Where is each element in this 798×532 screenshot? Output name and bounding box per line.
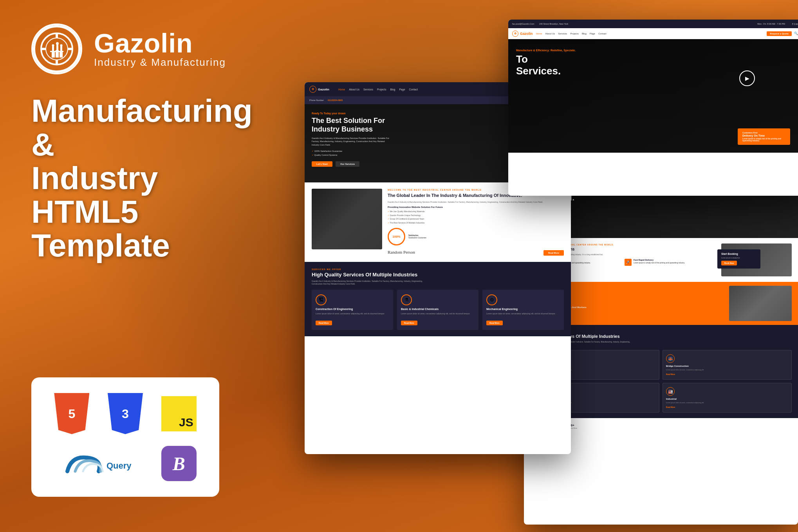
center-about-check-3: Group Of Certified & Experienced Team: [388, 217, 564, 221]
svg-rect-6: [52, 52, 55, 58]
center-nav-home[interactable]: Home: [338, 88, 345, 91]
rt-hero-title: To Services.: [516, 54, 641, 77]
jquery-badge: Query: [60, 450, 138, 477]
rt-nav-contact[interactable]: Contact: [598, 32, 607, 35]
headline-text: Manufacturing & Industry HTML5 Template: [31, 94, 235, 262]
center-hero-title: The Best Solution For Industry Business: [312, 117, 406, 133]
center-signature: Random Person: [388, 250, 415, 254]
rb-booking-desc: Lorem ipsum is simply text.: [721, 257, 756, 259]
center-about-check-1: We Use Quality Manufacturing Materials: [388, 210, 564, 214]
rb-booking-btn[interactable]: Book Now: [721, 261, 737, 265]
center-services-title: High Quality Services Of Multiple Indust…: [312, 272, 564, 278]
rb-service-2-name: Bridge Construction: [666, 365, 788, 367]
center-service-1-icon: 🏗: [316, 294, 327, 305]
svg-text:Query: Query: [107, 461, 132, 471]
rb-workers-img: [729, 286, 792, 321]
center-about-img-overlay: [312, 189, 382, 249]
center-nav-blog[interactable]: Blog: [390, 88, 395, 91]
center-about-content: Welcome To The Best Industrial Center Ar…: [388, 189, 564, 256]
rt-nav-home[interactable]: Home: [536, 32, 542, 35]
rb-service-2: 🌉 Bridge Construction Lorem ipsum dolor …: [663, 350, 792, 380]
center-logo-icon: ⚙: [309, 86, 316, 93]
center-nav-services[interactable]: Services: [363, 88, 373, 91]
center-services: Services We Offer High Quality Services …: [305, 262, 571, 336]
rb-service-4-name: Industrial: [666, 398, 788, 400]
center-service-3-desc: Lorem ipsum dolor sit amet, consectetur …: [486, 312, 560, 316]
svg-rect-2: [56, 33, 58, 38]
main-content: Gazolin Industry & Manufacturing Manufac…: [0, 0, 798, 532]
center-read-more-btn[interactable]: Read More: [543, 250, 564, 256]
center-satisfaction-circle: 100%: [388, 228, 405, 245]
svg-rect-12: [60, 46, 62, 52]
center-nav-projects[interactable]: Projects: [377, 88, 386, 91]
rt-quote-btn[interactable]: Request a Quote: [767, 31, 792, 36]
rb-service-4-link[interactable]: Read More: [666, 406, 788, 408]
svg-rect-10: [52, 46, 54, 52]
center-service-2-btn[interactable]: Read More: [401, 321, 417, 325]
rb-service-4-icon: 🏭: [666, 387, 675, 396]
svg-rect-4: [41, 48, 46, 50]
rt-nav-logo: ⚙ Gazolin: [512, 31, 533, 37]
rb-service-2-link[interactable]: Read More: [666, 373, 788, 375]
css3-shield: 3: [108, 393, 143, 434]
center-services-grid: 🏗 Constraction Of Engineering Lorem ipsu…: [312, 290, 564, 330]
rb-service-2-desc: Lorem ipsum dolor sit amet, consectetur …: [666, 369, 788, 371]
center-nav-contact[interactable]: Contact: [409, 88, 418, 91]
rt-hours: Mon - Fri: 8:00 AM - 7:30 PM f t in: [757, 22, 798, 26]
center-service-3-icon: ⚙: [486, 294, 497, 305]
center-service-3-btn[interactable]: Read More: [486, 321, 503, 325]
rt-nav-services[interactable]: Services: [558, 32, 567, 35]
center-nav-about[interactable]: About Us: [349, 88, 359, 91]
center-about-checks: We Use Quality Manufacturing Materials G…: [388, 210, 564, 225]
rt-play-icon: ▶: [745, 75, 749, 81]
rt-address: 146 Street Brooklyn, New York: [539, 23, 569, 25]
center-about-footer: Random Person Read More: [388, 249, 564, 256]
center-phone-label: Phone Number: [309, 99, 324, 101]
center-logo-text: Gazolin: [318, 88, 329, 91]
center-services-tag: Services We Offer: [312, 268, 564, 271]
svg-point-1: [46, 38, 68, 60]
rt-play-button[interactable]: ▶: [739, 70, 755, 86]
center-service-3-title: Mechanical Engineering: [486, 308, 560, 310]
mockup-right-top: faz.post@Gazolin.Com 146 Street Brooklyn…: [508, 20, 798, 196]
logo-gear-svg: [39, 31, 74, 67]
center-nav-page[interactable]: Page: [399, 88, 405, 91]
brand-tagline: Industry & Manufacturing: [94, 56, 226, 69]
rt-delivery-badge: Customers First Delivery On Time Lorem i…: [738, 128, 790, 145]
logo-circle-icon: [31, 23, 82, 74]
rt-nav-right: Request a Quote 🔍: [767, 31, 798, 36]
header: Gazolin Industry & Manufacturing: [31, 23, 226, 74]
rt-nav-page[interactable]: Page: [590, 32, 595, 35]
center-service-1-desc: Lorem ipsum dolor sit amet, consectetur …: [316, 312, 389, 316]
center-services-btn[interactable]: Our Services: [336, 161, 359, 167]
rt-topbar: faz.post@Gazolin.Com 146 Street Brooklyn…: [508, 20, 798, 28]
rt-search-icon[interactable]: 🔍: [794, 32, 798, 35]
rt-delivery-title: Delivery On Time: [742, 134, 785, 137]
center-start-btn[interactable]: Let's Start: [312, 161, 332, 167]
center-service-1-btn[interactable]: Read More: [316, 321, 332, 325]
rb-booking-box: Start Booking Lorem ipsum is simply text…: [717, 249, 760, 269]
center-about-desc: Gazolin Are A Industry & Manufacturing S…: [388, 200, 564, 204]
svg-point-0: [41, 33, 72, 65]
center-services-header: Services We Offer High Quality Services …: [312, 268, 564, 286]
rb-feature-2-icon: 🚀: [625, 259, 632, 266]
center-service-2-icon: ⚗: [401, 294, 412, 305]
rt-delivery-desc: Lorem ipsum is simply text of the printi…: [742, 138, 785, 142]
center-nav-logo: ⚙ Gazolin: [309, 86, 329, 93]
rb-about-img: Start Booking Lorem ipsum is simply text…: [721, 243, 792, 276]
svg-rect-3: [56, 60, 58, 65]
rt-nav-blog[interactable]: Blog: [582, 32, 587, 35]
rt-nav-about[interactable]: About Us: [545, 32, 555, 35]
css3-badge: 3: [108, 393, 143, 434]
html5-badge: 5: [54, 393, 89, 434]
rb-feature-2: 🚀 Fast Rapid Delivery Lorem ipsum is sim…: [625, 259, 717, 266]
svg-point-15: [60, 44, 63, 47]
rb-feature-2-text: Fast Rapid Delivery Lorem ipsum is simpl…: [634, 259, 685, 264]
rt-nav-projects[interactable]: Projects: [570, 32, 579, 35]
rb-service-4-desc: Lorem ipsum dolor sit amet, consectetur …: [666, 402, 788, 404]
main-headline: Manufacturing & Industry HTML5 Template: [31, 94, 235, 262]
svg-rect-11: [56, 45, 58, 50]
bootstrap-badge: B: [161, 446, 197, 481]
brand-name: Gazolin: [94, 30, 226, 56]
logo-text-block: Gazolin Industry & Manufacturing: [94, 30, 226, 69]
